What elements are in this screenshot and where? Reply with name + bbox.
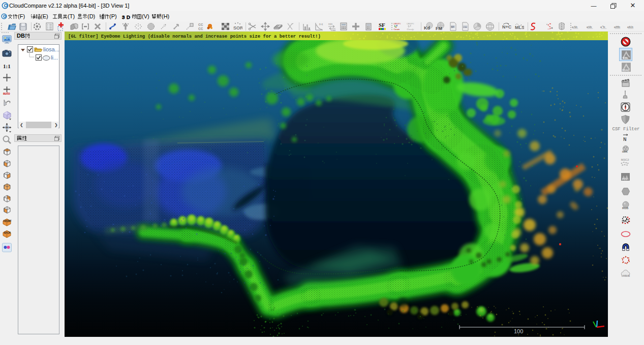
svg-text:1:1: 1:1	[3, 63, 11, 69]
svg-text:aKb: aKb	[627, 25, 634, 28]
svg-text:FRONT: FRONT	[4, 220, 12, 222]
svg-text:SOR: SOR	[233, 25, 242, 31]
svg-text:100: 100	[514, 328, 523, 334]
svg-text:LASLIB: LASLIB	[622, 275, 630, 277]
svg-text:aΔb: aΔb	[572, 25, 578, 28]
svg-text:3: 3	[122, 14, 125, 19]
svg-text:PCV: PCV	[622, 178, 628, 181]
svg-text:p,q: p,q	[319, 22, 323, 25]
svg-text:Kd: Kd	[424, 25, 430, 31]
svg-text:BP: BP	[451, 26, 454, 28]
svg-text:Classify: Classify	[407, 28, 414, 31]
svg-text:EDL: EDL	[623, 56, 629, 60]
svg-text:D: D	[127, 14, 130, 19]
svg-text:[GL filter] EyeDome Lighting (: [GL filter] EyeDome Lighting (disable no…	[68, 34, 321, 39]
svg-text:CANUPO: CANUPO	[393, 23, 401, 25]
svg-text:MLS: MLS	[515, 25, 524, 30]
svg-text:FM: FM	[436, 26, 442, 31]
svg-text:N+C: N+C	[502, 24, 511, 30]
svg-text:aHb: aHb	[614, 25, 621, 28]
svg-text:aSb: aSb	[587, 25, 592, 28]
svg-text:li...: li...	[51, 54, 58, 61]
svg-text:a°b: a°b	[600, 25, 605, 28]
svg-text:N: N	[623, 136, 627, 142]
svg-text:M3C2: M3C2	[621, 158, 629, 161]
svg-text:HRK: HRK	[622, 150, 628, 153]
svg-text:min: min	[328, 22, 332, 25]
svg-text:auto: auto	[3, 92, 10, 95]
svg-text:CANUPO: CANUPO	[407, 23, 414, 25]
svg-text:Create: Create	[394, 28, 400, 31]
svg-text:liosa...: liosa...	[43, 46, 59, 52]
svg-text:SF: SF	[379, 22, 385, 28]
svg-text:SSAO: SSAO	[622, 69, 629, 72]
svg-text:RGB: RGB	[622, 207, 628, 210]
svg-text:BACK: BACK	[4, 232, 11, 234]
svg-text:CC: CC	[198, 26, 203, 31]
svg-text:CSV: CSV	[463, 26, 468, 28]
